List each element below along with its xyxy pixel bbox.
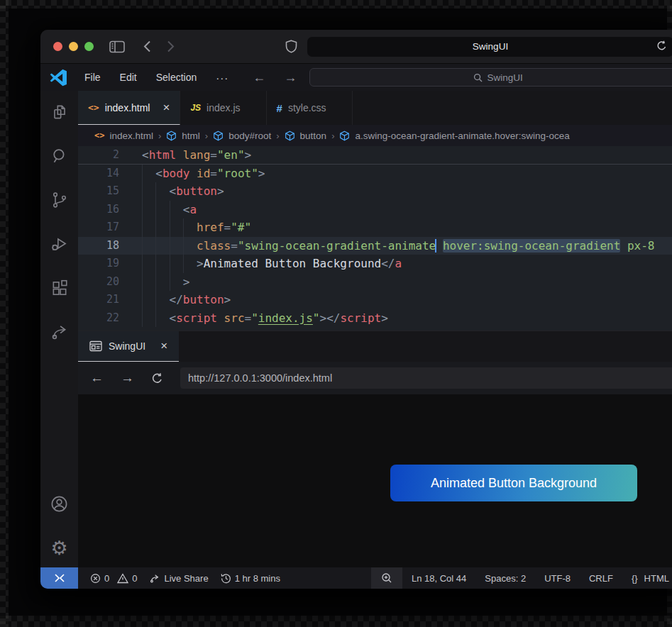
status-bar: 0 0 Live Share 1 hr 8 mins	[40, 567, 672, 589]
remote-indicator[interactable]	[40, 567, 78, 589]
code-token: <	[170, 184, 177, 198]
line-content[interactable]: href="#"	[142, 218, 251, 237]
settings-gear-icon[interactable]: ⚙	[50, 539, 67, 557]
run-debug-icon[interactable]	[50, 235, 69, 253]
tab-style-css[interactable]: # style.css	[267, 91, 353, 125]
tab-close-icon[interactable]: ×	[163, 101, 170, 115]
breadcrumb-label: button	[300, 131, 327, 141]
line-content[interactable]: <html lang="en">	[142, 146, 251, 164]
code-token: script	[176, 311, 217, 325]
code-token: >	[381, 311, 388, 325]
line-content[interactable]: >Animated Button Background</a	[142, 255, 402, 273]
explorer-icon[interactable]	[50, 103, 69, 121]
tab-label: index.html	[105, 102, 150, 113]
breadcrumb-item[interactable]: html	[166, 131, 200, 141]
code-token: px-8	[620, 239, 654, 253]
sticky-scroll-line[interactable]: 2<html lang="en">	[78, 146, 672, 165]
safari-window: SwingUI File Edit Selection ··· ← → Swin…	[40, 30, 672, 589]
indentation-setting[interactable]: Spaces: 2	[485, 573, 526, 584]
code-line[interactable]: 19 >Animated Button Background</a	[78, 255, 672, 273]
line-content[interactable]: </button>	[142, 291, 231, 309]
source-control-icon[interactable]	[50, 191, 69, 209]
line-content[interactable]: <script src="index.js"></script>	[142, 309, 388, 328]
browser-reload-icon[interactable]	[151, 372, 163, 384]
line-content[interactable]: <button>	[142, 182, 224, 201]
code-line[interactable]: 18 class="swing-ocean-gradient-animate h…	[78, 237, 672, 255]
indent-guide	[142, 255, 143, 273]
live-share-icon[interactable]	[50, 323, 69, 341]
problems-indicator[interactable]: 0 0	[90, 573, 137, 584]
code-token: >	[224, 293, 231, 306]
privacy-shield-icon[interactable]	[285, 40, 297, 53]
safari-forward-button[interactable]	[167, 40, 175, 52]
code-token: href	[197, 221, 224, 234]
code-line[interactable]: 20 >	[78, 273, 672, 292]
menu-selection[interactable]: Selection	[156, 72, 197, 83]
encoding-setting[interactable]: UTF-8	[544, 573, 571, 584]
code-token: "	[313, 311, 320, 325]
zoom-status-item[interactable]	[371, 567, 402, 589]
code-line[interactable]: 17 href="#"	[78, 218, 672, 237]
code-line[interactable]: 14 <body id="root">	[78, 165, 672, 183]
code-line[interactable]: 15 <button>	[78, 182, 672, 201]
line-content[interactable]: class="swing-ocean-gradient-animate hove…	[142, 237, 655, 255]
vscode-logo-icon	[50, 69, 67, 87]
history-clock-icon	[221, 573, 231, 584]
panel-tab-swingui[interactable]: SwingUI ×	[78, 331, 179, 362]
tab-index-html[interactable]: <> index.html ×	[78, 91, 180, 125]
simple-browser-toolbar: ← → http://127.0.0.1:3000/index.html	[78, 362, 672, 394]
safari-address-bar[interactable]: SwingUI	[307, 37, 672, 57]
browser-url-input[interactable]: http://127.0.0.1:3000/index.html	[180, 367, 672, 389]
nav-back-icon[interactable]: ←	[253, 70, 265, 85]
line-content[interactable]: <a	[142, 201, 197, 219]
menu-file[interactable]: File	[84, 72, 101, 83]
session-timer[interactable]: 1 hr 8 mins	[221, 573, 280, 584]
search-sidebar-icon[interactable]	[50, 147, 69, 165]
nav-forward-icon[interactable]: →	[284, 70, 297, 85]
accounts-icon[interactable]	[50, 494, 69, 514]
command-center-search[interactable]: SwingUI	[309, 68, 672, 87]
breadcrumb-item[interactable]: button	[285, 131, 327, 141]
line-number: 2	[78, 146, 119, 164]
close-window-button[interactable]	[53, 42, 62, 51]
menu-more-button[interactable]: ···	[216, 72, 228, 84]
indent-guide	[155, 182, 156, 201]
line-number: 20	[78, 273, 119, 292]
code-line[interactable]: 16 <a	[78, 201, 672, 219]
minimize-window-button[interactable]	[69, 42, 78, 51]
indent-guide	[170, 201, 170, 219]
cursor-position[interactable]: Ln 18, Col 44	[412, 573, 466, 584]
html-file-icon: <>	[88, 102, 99, 113]
code-token: =	[231, 239, 238, 253]
safari-reload-icon[interactable]	[656, 40, 667, 52]
language-mode[interactable]: {} HTML	[632, 573, 669, 584]
code-line[interactable]: 21 </button>	[78, 291, 672, 309]
extensions-icon[interactable]	[50, 279, 69, 297]
vscode-menubar: File Edit Selection ··· ← → SwingUI	[40, 64, 672, 91]
live-share-status[interactable]: Live Share	[149, 573, 208, 584]
fullscreen-window-button[interactable]	[84, 42, 94, 51]
panel-tab-close-icon[interactable]: ×	[160, 339, 167, 353]
traffic-lights	[53, 42, 94, 51]
code-editor[interactable]: 2<html lang="en">14 <body id="root">15 <…	[78, 146, 672, 331]
indent-guide	[183, 237, 184, 255]
code-token: lang	[183, 148, 211, 162]
line-content[interactable]: >	[142, 273, 189, 292]
breadcrumb-item[interactable]: <>index.html	[94, 131, 153, 141]
browser-back-icon[interactable]: ←	[90, 370, 104, 386]
tab-index-js[interactable]: JS index.js	[180, 91, 266, 125]
menu-edit[interactable]: Edit	[120, 72, 137, 83]
tab-label: index.js	[206, 102, 240, 113]
breadcrumb-item[interactable]: a.swing-ocean-gradient-animate.hover:swi…	[339, 131, 569, 141]
line-content[interactable]: <body id="root">	[142, 165, 265, 183]
browser-forward-icon[interactable]: →	[121, 370, 134, 386]
code-line[interactable]: 22 <script src="index.js"></script>	[78, 309, 672, 328]
eol-setting[interactable]: CRLF	[589, 573, 613, 584]
safari-back-button[interactable]	[143, 40, 151, 52]
code-token: >	[197, 257, 204, 270]
animated-gradient-button[interactable]: Animated Button Background	[390, 465, 637, 501]
safari-sidebar-icon[interactable]	[109, 40, 125, 53]
breadcrumb-item[interactable]: body#root	[213, 131, 271, 141]
indent-guide	[142, 291, 143, 309]
indent-guide	[170, 237, 170, 255]
